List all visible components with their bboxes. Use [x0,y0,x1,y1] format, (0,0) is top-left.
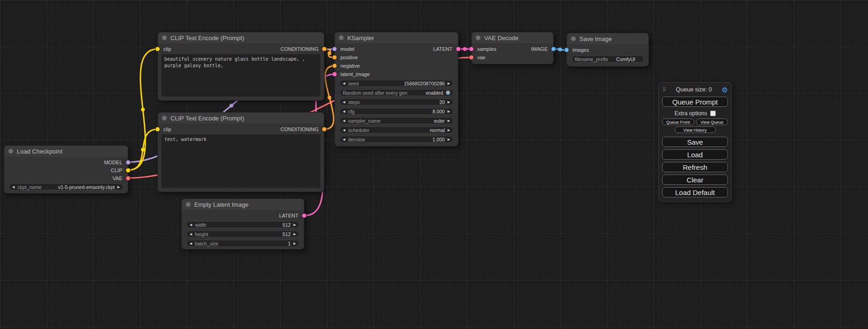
widget-ckpt-name[interactable]: ◀ ckpt_name v1-5-pruned-emaonly.ckpt ▶ [9,183,123,190]
view-queue-button[interactable]: View Queue [696,119,728,125]
conditioning-output-dot[interactable] [322,127,327,132]
clip-output-dot[interactable] [126,168,131,173]
collapse-toggle-dot[interactable] [8,149,13,154]
vae-output-dot[interactable] [126,175,131,181]
save-button[interactable]: Save [662,137,728,147]
prompt-textarea[interactable]: beautiful scenery nature glass bottle la… [162,54,320,97]
decrement-arrow-icon[interactable]: ◀ [343,128,345,132]
widget-scheduler[interactable]: ◀ scheduler normal ▶ [339,126,453,133]
widget-seed[interactable]: ◀ seed 156680208700286 ▶ [339,80,453,87]
node-title-bar[interactable]: Save Image [567,33,649,44]
conditioning-output-dot[interactable] [322,47,327,52]
node-title-bar[interactable]: VAE Decode [472,32,553,43]
clip-input-dot[interactable] [155,47,160,52]
widget-batch-size[interactable]: ◀ batch_size 1 ▶ [186,240,299,247]
node-empty-latent-image[interactable]: Empty Latent Image LATENT ◀ width 512 ▶ … [181,198,304,250]
widget-width[interactable]: ◀ width 512 ▶ [186,221,299,228]
latent-output-dot[interactable] [456,47,461,52]
refresh-button[interactable]: Refresh [662,162,728,172]
increment-arrow-icon[interactable]: ▶ [448,110,450,113]
decrement-arrow-icon[interactable]: ◀ [343,138,345,141]
samples-input-dot[interactable] [469,47,474,52]
decrement-arrow-icon[interactable]: ◀ [343,100,345,104]
queue-prompt-button[interactable]: Queue Prompt [662,97,728,107]
latent-image-input-dot[interactable] [332,72,337,77]
widget-value: 512 [209,222,291,228]
widget-cfg[interactable]: ◀ cfg 8.000 ▶ [339,108,453,115]
node-title-bar[interactable]: CLIP Text Encode (Prompt) [158,112,324,124]
samples-input-label: samples [477,46,496,52]
collapse-toggle-dot[interactable] [476,35,480,40]
increment-arrow-icon[interactable]: ▶ [118,185,120,189]
decrement-arrow-icon[interactable]: ◀ [343,110,345,113]
node-save-image[interactable]: Save Image images filename_prefix ComfyU… [566,33,649,67]
widget-random-seed-toggle[interactable]: Random seed after every gen enabled [339,89,453,96]
positive-input-dot[interactable] [332,55,337,60]
widget-value: enabled [410,90,443,96]
node-title-bar[interactable]: Load Checkpoint [4,146,128,157]
node-ksampler[interactable]: KSampler model LATENT positive negative … [334,32,459,147]
node-vae-decode[interactable]: VAE Decode samples IMAGE vae [471,32,554,64]
latent-output-dot[interactable] [302,213,307,218]
increment-arrow-icon[interactable]: ▶ [448,119,450,122]
widget-denoise[interactable]: ◀ denoise 1.000 ▶ [339,136,453,143]
decrement-arrow-icon[interactable]: ◀ [190,223,192,226]
decrement-arrow-icon[interactable]: ◀ [343,119,345,122]
image-output-dot[interactable] [551,47,556,52]
clear-button[interactable]: Clear [662,175,728,185]
collapse-toggle-dot[interactable] [186,202,191,207]
widget-value: ComfyUI [611,56,641,62]
conditioning-output-label: CONDITIONING [281,46,318,52]
node-load-checkpoint[interactable]: Load Checkpoint MODEL CLIP VAE ◀ ckpt_na… [4,145,128,194]
widget-sampler-name[interactable]: ◀ sampler_name euler ▶ [339,117,453,124]
increment-arrow-icon[interactable]: ▶ [294,223,296,226]
extra-options-checkbox[interactable] [710,111,716,116]
decrement-arrow-icon[interactable]: ◀ [190,242,192,245]
vae-input-dot[interactable] [469,55,474,60]
widget-value: euler [383,118,445,124]
node-clip-text-encode-negative[interactable]: CLIP Text Encode (Prompt) clip CONDITION… [157,112,325,192]
images-input-dot[interactable] [564,48,569,53]
node-clip-text-encode-positive[interactable]: CLIP Text Encode (Prompt) clip CONDITION… [157,32,325,101]
queue-panel[interactable]: ⠿ Queue size: 0 ⚙ Queue Prompt Extra opt… [658,82,732,202]
widget-height[interactable]: ◀ height 512 ▶ [186,231,299,238]
increment-arrow-icon[interactable]: ▶ [448,82,450,85]
collapse-toggle-dot[interactable] [162,116,167,120]
increment-arrow-icon[interactable]: ▶ [294,232,296,236]
clip-input-dot[interactable] [155,127,160,132]
model-output-dot[interactable] [126,160,131,165]
drag-handle-icon[interactable]: ⠿ [662,86,666,93]
settings-gear-icon[interactable]: ⚙ [722,86,728,93]
decrement-arrow-icon[interactable]: ◀ [190,232,192,236]
widget-value: 1 [221,241,291,246]
clip-output-label: CLIP [111,168,122,173]
prompt-textarea[interactable]: text, watermark [162,134,320,188]
increment-arrow-icon[interactable]: ▶ [294,242,296,245]
queue-front-button[interactable]: Queue Front [662,119,694,125]
node-title-bar[interactable]: Empty Latent Image [182,199,304,210]
widget-value: v1-5-pruned-emaonly.ckpt [44,184,115,190]
widget-label: scheduler [348,127,369,133]
node-graph-canvas[interactable]: Load Checkpoint MODEL CLIP VAE ◀ ckpt_na… [0,0,868,329]
widget-steps[interactable]: ◀ steps 20 ▶ [339,98,453,105]
increment-arrow-icon[interactable]: ▶ [448,138,450,141]
collapse-toggle-dot[interactable] [571,36,576,41]
node-title-bar[interactable]: CLIP Text Encode (Prompt) [158,32,324,43]
vae-output-label: VAE [113,175,122,181]
increment-arrow-icon[interactable]: ▶ [448,100,450,104]
increment-arrow-icon[interactable]: ▶ [448,128,450,132]
view-history-button[interactable]: View History [675,126,716,133]
collapse-toggle-dot[interactable] [339,35,344,40]
decrement-arrow-icon[interactable]: ◀ [12,185,14,189]
widget-value: 156680208700286 [361,81,445,86]
model-output-label: MODEL [104,160,122,165]
collapse-toggle-dot[interactable] [162,35,167,40]
widget-filename-prefix[interactable]: filename_prefix ComfyUI [572,56,644,63]
load-button[interactable]: Load [662,149,728,160]
node-title-bar[interactable]: KSampler [335,32,458,43]
toggle-knob[interactable] [446,91,450,95]
load-default-button[interactable]: Load Default [662,187,728,197]
negative-input-dot[interactable] [332,63,337,69]
model-input-dot[interactable] [332,47,337,52]
decrement-arrow-icon[interactable]: ◀ [343,82,345,85]
